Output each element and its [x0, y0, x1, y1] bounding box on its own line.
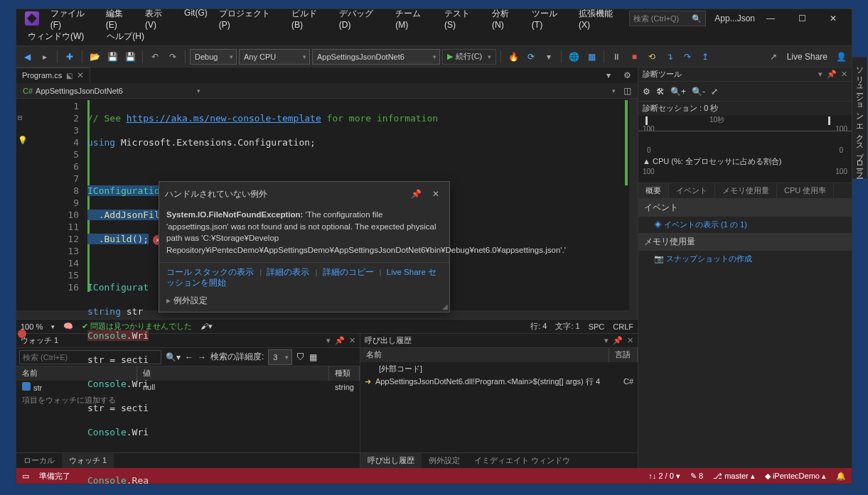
- pin-icon[interactable]: ⬕: [66, 72, 73, 80]
- hot-reload-icon[interactable]: 🔥: [505, 49, 521, 65]
- zoom-out-icon[interactable]: 🔍-: [692, 87, 705, 97]
- diag-tab-cpu[interactable]: CPU 使用率: [777, 183, 834, 198]
- status-ready: 準備完了: [39, 471, 70, 482]
- exception-title: ハンドルされていない例外: [165, 188, 267, 200]
- play-icon: ▶: [447, 52, 453, 61]
- navigation-bar: C# AppSettingsJsonDotNet6 ◫: [16, 83, 638, 99]
- exception-links: コール スタックの表示| 詳細の表示| 詳細のコピー| Live Share セ…: [159, 262, 449, 293]
- depth-combo[interactable]: 3: [268, 349, 292, 365]
- git-arrows[interactable]: ↑↓ 2 / 0 ▾: [648, 472, 680, 481]
- panel-close-icon[interactable]: ✕: [841, 70, 847, 79]
- intellisense-icon[interactable]: 🧠: [63, 322, 73, 331]
- exception-settings-link[interactable]: 例外設定: [173, 296, 208, 305]
- stop-icon[interactable]: ■: [626, 49, 642, 65]
- titlebar: ファイル(F)編集(E)表示(V)Git(G)プロジェクト(P)ビルド(B)デバ…: [16, 9, 852, 46]
- layout-icon[interactable]: ▦: [584, 49, 599, 65]
- nav-fwd-icon[interactable]: ▸: [37, 49, 53, 65]
- startup-project-combo[interactable]: AppSettingsJsonDotNet6: [312, 49, 440, 65]
- standard-toolbar: ◀ ▸ ✚ 📂 💾 💾 ↶ ↷ Debug Any CPU AppSetting…: [16, 46, 852, 67]
- gear-icon[interactable]: ⚙: [643, 87, 650, 97]
- menu-item[interactable]: ヘルプ(H): [101, 28, 150, 45]
- reset-zoom-icon[interactable]: ⤢: [711, 87, 718, 97]
- panel-menu-icon[interactable]: ▾: [818, 70, 823, 79]
- document-tabs: Program.cs ⬕ ✕ ▾ ⚙: [16, 67, 638, 83]
- exception-type: System.IO.FileNotFoundException:: [166, 210, 303, 219]
- popup-close-icon[interactable]: ✕: [428, 186, 444, 202]
- diag-title: 診断ツール: [643, 69, 682, 80]
- diag-events-link[interactable]: ◈ イベントの表示 (1 の 1): [638, 217, 852, 233]
- git-repo[interactable]: ◆ iPentecDemo ▴: [765, 472, 826, 481]
- close-button[interactable]: ✕: [818, 9, 849, 28]
- dropdown-icon[interactable]: ▾: [541, 49, 557, 65]
- restart-icon[interactable]: ⟲: [644, 49, 660, 65]
- diag-memory-header: メモリ使用量: [638, 233, 852, 251]
- tab-menu-icon[interactable]: ▾: [601, 67, 616, 83]
- platform-combo[interactable]: Any CPU: [239, 49, 310, 65]
- save-all-icon[interactable]: 💾: [122, 49, 138, 65]
- tab-locals[interactable]: ローカル: [16, 453, 62, 468]
- link-details[interactable]: 詳細の表示: [267, 268, 309, 276]
- pause-icon[interactable]: ⏸: [609, 49, 624, 65]
- redo-icon[interactable]: ↷: [165, 49, 181, 65]
- git-pencil-icon[interactable]: ✎ 8: [690, 472, 703, 481]
- line-numbers: 12345678910111213141516: [29, 99, 87, 310]
- link-copy[interactable]: 詳細のコピー: [323, 268, 374, 276]
- csharp-icon: C#: [23, 87, 33, 95]
- split-icon[interactable]: ◫: [619, 83, 635, 99]
- liveshare-icon[interactable]: ↗: [766, 49, 781, 65]
- step-into-icon[interactable]: ↴: [662, 49, 677, 65]
- watch-title: ウォッチ 1: [21, 335, 58, 346]
- menu-item[interactable]: ウィンドウ(W): [22, 28, 90, 45]
- vs-logo-icon: [25, 11, 39, 26]
- nav-back-icon[interactable]: ◀: [19, 49, 35, 65]
- diag-events-header: イベント: [638, 199, 852, 217]
- breakpoint-icon[interactable]: [18, 330, 26, 338]
- project-nav-combo[interactable]: C# AppSettingsJsonDotNet6: [19, 85, 204, 97]
- collapse-icon[interactable]: ⊟: [18, 113, 23, 122]
- minimize-button[interactable]: —: [755, 9, 786, 28]
- maximize-button[interactable]: ☐: [786, 9, 818, 28]
- type-nav-combo[interactable]: [204, 85, 619, 97]
- browser-icon[interactable]: 🌐: [566, 49, 582, 65]
- open-icon[interactable]: 📂: [87, 49, 102, 65]
- save-icon[interactable]: 💾: [105, 49, 120, 65]
- exception-popup: ハンドルされていない例外 📌 ✕ System.IO.FileNotFoundE…: [159, 181, 450, 312]
- step-out-icon[interactable]: ↥: [697, 49, 713, 65]
- code-editor[interactable]: ⊟ 💡 12345678910111213141516 // See https…: [16, 99, 638, 310]
- resize-grip-icon[interactable]: ◢: [442, 303, 448, 310]
- zoom-in-icon[interactable]: 🔍+: [670, 87, 686, 97]
- diag-tab-summary[interactable]: 概要: [638, 183, 669, 198]
- search-placeholder: 検索 (Ctrl+Q): [633, 13, 679, 24]
- diag-tab-memory[interactable]: メモリ使用量: [715, 183, 777, 198]
- config-combo[interactable]: Debug: [190, 49, 237, 65]
- liveshare-label[interactable]: Live Share: [787, 52, 827, 62]
- step-over-icon[interactable]: ↷: [680, 49, 695, 65]
- file-tab-program[interactable]: Program.cs ⬕ ✕: [16, 67, 90, 83]
- diagnostic-tools: 診断ツール ▾📌✕ ⚙ 🛠 🔍+ 🔍- ⤢ 診断セッション : 0 秒 10秒 …: [638, 67, 852, 468]
- diag-snapshot-link[interactable]: 📷 スナップショットの作成: [638, 251, 852, 267]
- search-icon: 🔍: [692, 14, 702, 23]
- tab-close-icon[interactable]: ✕: [77, 70, 84, 80]
- popup-pin-icon[interactable]: 📌: [408, 186, 424, 202]
- window-title: App...Json: [714, 13, 755, 23]
- tools-icon[interactable]: 🛠: [656, 87, 665, 97]
- continue-button[interactable]: ▶続行(C)▾: [442, 49, 496, 65]
- new-item-icon[interactable]: ✚: [62, 49, 77, 65]
- panel-pin-icon[interactable]: 📌: [827, 70, 837, 79]
- refresh-icon[interactable]: ⟳: [523, 49, 539, 65]
- git-branch[interactable]: ⎇ master ▴: [713, 472, 755, 481]
- variable-icon: [22, 382, 31, 391]
- account-icon[interactable]: 👤: [833, 49, 849, 65]
- undo-icon[interactable]: ↶: [147, 49, 163, 65]
- solution-explorer-tab[interactable]: ソリューション エクスプローラー: [852, 57, 867, 179]
- session-label: 診断セッション : 0 秒: [638, 102, 852, 115]
- diag-chart[interactable]: 10秒 100 100 0 0 ▲ CPU (%: 全プロセッサに占める割合) …: [638, 115, 852, 183]
- bell-icon[interactable]: 🔔: [836, 472, 846, 481]
- diag-tab-events[interactable]: イベント: [669, 183, 715, 198]
- search-box[interactable]: 検索 (Ctrl+Q) 🔍: [629, 11, 707, 26]
- vs-window: ファイル(F)編集(E)表示(V)Git(G)プロジェクト(P)ビルド(B)デバ…: [16, 9, 852, 484]
- status-ready-icon: ▭: [22, 472, 29, 481]
- lightbulb-icon[interactable]: 💡: [18, 136, 28, 145]
- link-callstack[interactable]: コール スタックの表示: [166, 268, 254, 276]
- tab-gear-icon[interactable]: ⚙: [619, 67, 635, 83]
